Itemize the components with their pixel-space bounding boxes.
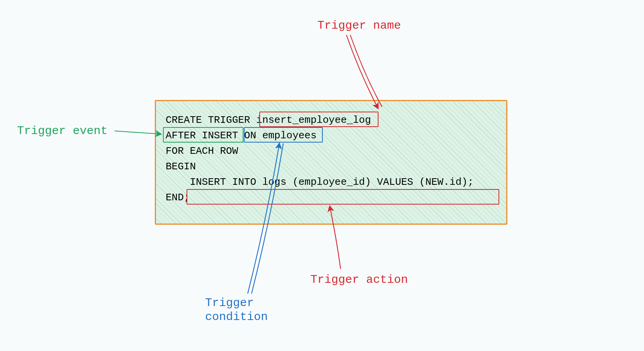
label-trigger-condition: Triggercondition [205,296,268,324]
highlight-trigger-action [187,189,499,205]
code-create-trigger: CREATE TRIGGER [166,114,256,126]
arrow-trigger-name [346,35,378,108]
code-trigger-action: INSERT INTO logs (employee_id) VALUES (N… [166,176,474,188]
code-begin: BEGIN [166,161,196,172]
code-for-each-row: FOR EACH ROW [166,145,238,157]
highlight-trigger-name [259,112,379,127]
diagram-stage: Trigger name Trigger event Trigger actio… [0,0,644,351]
highlight-trigger-condition [244,127,323,143]
arrow-trigger-event [115,131,161,134]
label-trigger-event: Trigger event [17,124,108,138]
label-trigger-name: Trigger name [317,19,401,33]
arrow-trigger-name-dup [350,35,382,107]
label-trigger-action: Trigger action [310,273,408,287]
highlight-trigger-event [163,127,243,143]
